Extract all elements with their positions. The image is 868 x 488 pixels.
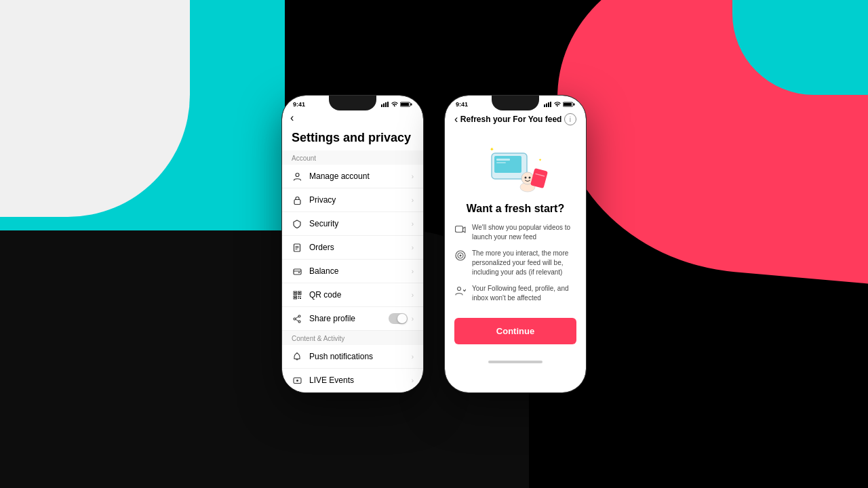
info-button[interactable]: i xyxy=(564,113,576,125)
svg-rect-2 xyxy=(385,102,387,107)
fresh-start-heading: Want a fresh start? xyxy=(445,203,586,215)
battery-icon-2 xyxy=(563,102,575,107)
chevron-icon-8: › xyxy=(412,353,414,361)
push-notifications-label: Push notifications xyxy=(309,352,412,361)
menu-security[interactable]: Security › xyxy=(282,212,423,236)
chevron-icon-7: › xyxy=(412,315,414,323)
menu-balance[interactable]: Balance › xyxy=(282,260,423,283)
live-icon xyxy=(292,375,302,386)
svg-point-26 xyxy=(298,315,300,317)
chevron-icon-6: › xyxy=(412,291,414,299)
fresh-illustration: ✦ ✦ xyxy=(488,141,542,195)
benefit-text-2: The more you interact, the more personal… xyxy=(472,249,576,277)
menu-orders[interactable]: Orders › xyxy=(282,236,423,260)
svg-rect-56 xyxy=(530,168,548,188)
nav-bar-2: ‹ Refresh your For You feed i xyxy=(445,109,586,128)
phone-fresh-screen: 9:41 xyxy=(445,96,586,392)
svg-rect-46 xyxy=(574,104,575,106)
section-content: Content & Activity xyxy=(282,331,423,345)
svg-point-15 xyxy=(298,272,300,273)
phones-container: 9:41 xyxy=(281,95,587,393)
svg-rect-60 xyxy=(456,226,463,232)
svg-rect-23 xyxy=(300,296,301,297)
menu-privacy[interactable]: Privacy › xyxy=(282,188,423,212)
feed-nav-title: Refresh your For You feed xyxy=(460,115,562,124)
chevron-icon-2: › xyxy=(412,197,414,204)
svg-rect-14 xyxy=(294,269,301,274)
status-time-1: 9:41 xyxy=(293,101,305,108)
continue-button[interactable]: Continue xyxy=(454,318,576,344)
chevron-icon-5: › xyxy=(412,268,414,275)
live-events-label: LIVE Events xyxy=(309,375,412,385)
svg-rect-47 xyxy=(564,103,572,106)
benefit-item-3: Your Following feed, profile, and inbox … xyxy=(454,284,576,303)
svg-point-54 xyxy=(525,177,527,179)
svg-point-33 xyxy=(296,380,298,382)
svg-rect-0 xyxy=(381,104,382,107)
shield-icon xyxy=(292,218,302,229)
share-icon xyxy=(292,313,302,324)
signal-icon xyxy=(381,102,389,107)
settings-title: Settings and privacy xyxy=(282,128,423,150)
security-label: Security xyxy=(309,219,412,228)
phone-notch-2 xyxy=(492,96,539,110)
home-indicator xyxy=(488,361,542,363)
svg-rect-50 xyxy=(496,159,510,161)
benefits-list: We'll show you popular videos to launch … xyxy=(445,223,586,303)
benefit-text-1: We'll show you popular videos to launch … xyxy=(472,223,576,242)
balance-label: Balance xyxy=(309,266,412,276)
svg-rect-22 xyxy=(298,296,299,297)
toggle-thumb xyxy=(397,314,407,323)
svg-point-8 xyxy=(296,173,299,176)
svg-rect-51 xyxy=(496,162,506,163)
wifi-icon-2 xyxy=(554,102,561,107)
svg-rect-43 xyxy=(550,102,551,107)
back-button-1[interactable]: ‹ xyxy=(290,112,294,124)
menu-push-notifications[interactable]: Push notifications › xyxy=(282,345,423,369)
svg-rect-25 xyxy=(300,298,301,299)
bell-icon xyxy=(292,351,302,362)
orders-label: Orders xyxy=(309,243,412,252)
phone-settings: 9:41 xyxy=(281,95,424,393)
back-button-2[interactable]: ‹ xyxy=(454,113,458,125)
orders-icon xyxy=(292,242,302,253)
signal-icon-2 xyxy=(544,102,552,107)
chevron-icon: › xyxy=(412,173,414,180)
section-account: Account xyxy=(282,150,423,165)
svg-point-27 xyxy=(298,321,300,323)
menu-share-profile[interactable]: Share profile › xyxy=(282,307,423,331)
menu-manage-account[interactable]: Manage account › xyxy=(282,165,423,188)
illustration-svg: ✦ ✦ xyxy=(488,141,549,199)
svg-text:✦: ✦ xyxy=(490,146,494,152)
benefit-text-3: Your Following feed, profile, and inbox … xyxy=(472,284,576,303)
menu-qr[interactable]: QR code › xyxy=(282,283,423,307)
svg-line-30 xyxy=(296,319,298,321)
svg-rect-7 xyxy=(401,103,409,106)
nav-bar-1: ‹ xyxy=(282,109,423,128)
svg-line-29 xyxy=(296,317,298,318)
menu-live-events[interactable]: LIVE Events › xyxy=(282,369,423,392)
chevron-icon-4: › xyxy=(412,244,414,251)
video-icon xyxy=(454,224,467,236)
lock-icon xyxy=(292,195,302,205)
svg-rect-6 xyxy=(411,104,412,106)
svg-rect-9 xyxy=(294,199,300,204)
svg-rect-21 xyxy=(294,296,296,298)
share-profile-toggle[interactable] xyxy=(389,313,408,324)
qr-label: QR code xyxy=(309,290,412,300)
svg-rect-1 xyxy=(383,104,384,108)
svg-point-4 xyxy=(394,106,395,107)
target-icon xyxy=(454,249,467,262)
svg-rect-42 xyxy=(548,102,549,107)
svg-rect-41 xyxy=(546,104,547,108)
wifi-icon xyxy=(391,102,398,107)
benefit-item-1: We'll show you popular videos to launch … xyxy=(454,223,576,242)
privacy-label: Privacy xyxy=(309,195,412,205)
chevron-icon-9: › xyxy=(412,377,414,384)
svg-point-55 xyxy=(529,177,531,179)
svg-rect-17 xyxy=(294,292,296,294)
status-icons-1 xyxy=(381,102,412,107)
qr-icon xyxy=(292,289,302,300)
manage-account-label: Manage account xyxy=(309,171,412,181)
illustration-area: ✦ ✦ xyxy=(445,128,586,203)
